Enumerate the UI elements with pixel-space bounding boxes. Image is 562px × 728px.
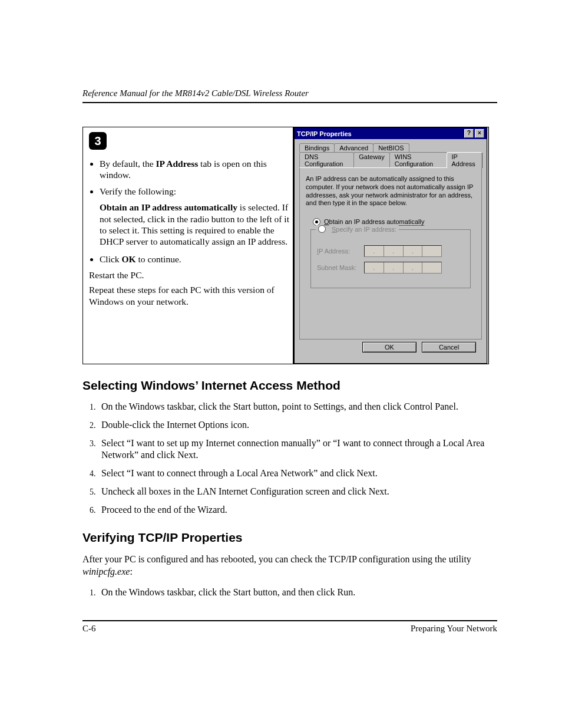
- tab-bindings[interactable]: Bindings: [299, 143, 335, 152]
- step-after-2: Repeat these steps for each PC with this…: [89, 284, 289, 307]
- ia-step-6: Proceed to the end of the Wizard.: [98, 504, 497, 516]
- doc-header: Reference Manual for the MR814v2 Cable/D…: [82, 88, 497, 98]
- help-button[interactable]: ?: [464, 129, 474, 138]
- page-footer: C-6 Preparing Your Network: [82, 620, 497, 634]
- verify-intro: After your PC is configured and has rebo…: [82, 553, 497, 578]
- ia-step-2: Double-click the Internet Options icon.: [98, 419, 497, 431]
- step-cell-screenshot: TCP/IP Properties ? × Bindings Advanced …: [293, 127, 489, 364]
- internet-access-steps: On the Windows taskbar, click the Start …: [82, 401, 497, 516]
- footer-label: Preparing Your Network: [411, 624, 497, 634]
- tab-gateway[interactable]: Gateway: [353, 152, 389, 168]
- tabs-row-2: DNS Configuration Gateway WINS Configura…: [299, 151, 482, 167]
- ia-step-5: Uncheck all boxes in the LAN Internet Co…: [98, 486, 497, 498]
- radio-specify-dot[interactable]: [318, 225, 326, 233]
- verify-step-1: On the Windows taskbar, click the Start …: [98, 587, 497, 599]
- radio-specify-label: Specify an IP address:: [332, 226, 396, 233]
- step-bullet-3: Click OK to continue.: [100, 253, 289, 265]
- page-number: C-6: [82, 624, 96, 634]
- tabs-row-1: Bindings Advanced NetBIOS: [299, 143, 482, 151]
- ia-step-4: Select “I want to connect through a Loca…: [98, 467, 497, 480]
- tab-panel-ipaddress: An IP address can be automatically assig…: [299, 167, 482, 340]
- ip-address-input[interactable]: ...: [364, 245, 442, 257]
- tcpip-dialog: TCP/IP Properties ? × Bindings Advanced …: [294, 127, 487, 364]
- tab-wins[interactable]: WINS Configuration: [389, 152, 447, 168]
- step-detail: Obtain an IP address automatically is se…: [100, 202, 289, 248]
- ia-step-1: On the Windows taskbar, click the Start …: [98, 401, 497, 413]
- dialog-description: An IP address can be automatically assig…: [306, 175, 475, 207]
- subnet-mask-label: Subnet Mask:: [317, 264, 364, 271]
- specify-group: Specify an IP address: IP Address: ... S…: [310, 229, 471, 288]
- step-number-badge: 3: [89, 132, 107, 150]
- tab-netbios[interactable]: NetBIOS: [373, 143, 409, 152]
- step-after-1: Restart the PC.: [89, 269, 289, 281]
- step-table: 3 By default, the IP Address tab is open…: [82, 127, 497, 364]
- heading-internet-access: Selecting Windows’ Internet Access Metho…: [82, 378, 497, 393]
- step-bullet-2: Verify the following:: [100, 186, 289, 197]
- subnet-mask-input[interactable]: ...: [364, 262, 442, 274]
- dialog-title-text: TCP/IP Properties: [297, 130, 352, 137]
- tab-advanced[interactable]: Advanced: [334, 143, 373, 152]
- tab-ipaddress[interactable]: IP Address: [447, 152, 483, 168]
- ip-address-label: IP Address:: [317, 248, 364, 255]
- heading-verify-tcpip: Verifying TCP/IP Properties: [82, 531, 497, 545]
- verify-steps: On the Windows taskbar, click the Start …: [82, 587, 497, 599]
- header-rule: [82, 102, 497, 103]
- dialog-titlebar: TCP/IP Properties ? ×: [295, 128, 487, 139]
- step-cell-text: 3 By default, the IP Address tab is open…: [82, 127, 293, 364]
- close-button[interactable]: ×: [475, 129, 484, 138]
- radio-specify-row[interactable]: Specify an IP address:: [316, 225, 399, 233]
- tab-dns[interactable]: DNS Configuration: [299, 152, 354, 168]
- ia-step-3: Select “I want to set up my Internet con…: [98, 437, 497, 462]
- ok-button[interactable]: OK: [362, 342, 416, 353]
- cancel-button[interactable]: Cancel: [422, 342, 476, 353]
- step-bullet-1: By default, the IP Address tab is open o…: [100, 158, 289, 181]
